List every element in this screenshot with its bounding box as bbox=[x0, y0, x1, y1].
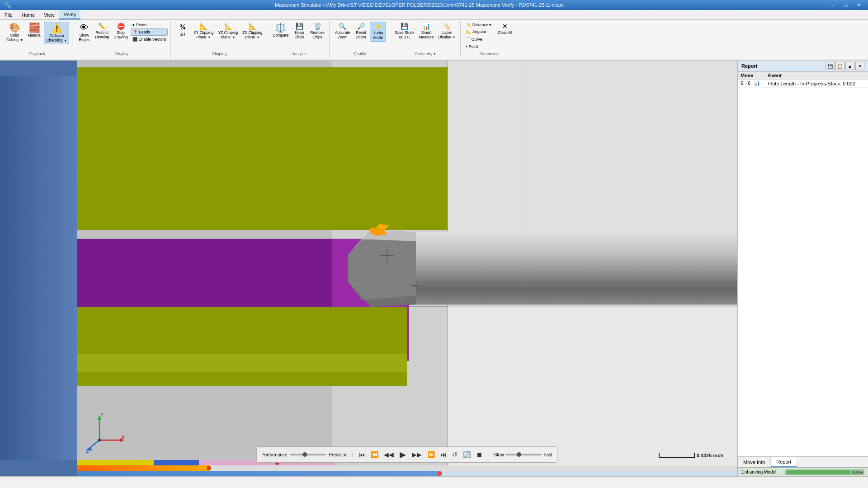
performance-label: Performance bbox=[261, 452, 287, 457]
report-row-1[interactable]: 6 - 6 📊 Flute Length - In-Progress-Stock… bbox=[738, 80, 868, 88]
report-table-button[interactable]: 📋 bbox=[835, 62, 844, 70]
distance-button[interactable]: 📏 Distance ▾ bbox=[464, 22, 494, 28]
svg-rect-10 bbox=[332, 67, 448, 230]
svg-text:X: X bbox=[121, 435, 125, 440]
turbo-icon: ⚡ bbox=[374, 23, 382, 30]
left-panel-svg bbox=[0, 61, 77, 476]
speed-slider[interactable] bbox=[505, 454, 542, 455]
progress-track-1[interactable] bbox=[77, 465, 737, 471]
loop-button[interactable]: ↺ bbox=[451, 450, 459, 459]
menu-verify[interactable]: Verify bbox=[59, 10, 81, 19]
step-back-button[interactable]: ⏪ bbox=[369, 450, 380, 459]
keep-chips-icon: 💾 bbox=[296, 23, 303, 29]
collision-checking-button[interactable]: ⚠️ CollisionChecking ▼ bbox=[44, 22, 69, 44]
progress-handle-secondary[interactable] bbox=[438, 471, 442, 476]
rewind-button[interactable]: ◀◀ bbox=[382, 450, 395, 459]
progress-fill-2 bbox=[77, 471, 440, 476]
smart-measure-icon: 📊 bbox=[422, 23, 430, 29]
fast-forward-button[interactable]: ▶▶ bbox=[410, 450, 423, 459]
progress-fill-status bbox=[787, 470, 850, 474]
speed-area: Slow Fast bbox=[494, 452, 552, 457]
menu-home[interactable]: Home bbox=[17, 10, 39, 19]
dimension-col: 📏 Distance ▾ 📐 Angular ⌒ Curve • Point bbox=[464, 22, 494, 50]
save-stock-button[interactable]: 💾 Save Stockas STL bbox=[393, 22, 416, 41]
curve-button[interactable]: ⌒ Curve bbox=[464, 35, 494, 43]
point-button[interactable]: • Point bbox=[464, 43, 494, 50]
step-forward-button[interactable]: ⏩ bbox=[426, 450, 436, 459]
menu-file[interactable]: File bbox=[0, 10, 17, 19]
compare-button[interactable]: ⚖️ Compare bbox=[271, 22, 290, 39]
report-title: Report bbox=[741, 63, 757, 69]
points-button[interactable]: ● Points bbox=[131, 22, 168, 28]
accurate-zoom-button[interactable]: 🔍 AccurateZoom bbox=[333, 22, 352, 41]
leads-button[interactable]: 📍 Leads bbox=[131, 28, 168, 36]
tab-move-info[interactable]: Move Info bbox=[738, 457, 771, 467]
ribbon-group-display: 👁 ShowEdges ✏️ RestrictDrawing ⛔ StopDra… bbox=[73, 21, 171, 57]
status-bar bbox=[0, 476, 868, 488]
goto-start-button[interactable]: ⏮ bbox=[358, 450, 367, 459]
xy-clipping-button[interactable]: 📐 XY ClippingPlane ▼ bbox=[192, 22, 215, 41]
angular-button[interactable]: 📐 Angular bbox=[464, 28, 494, 35]
ribbon: 🎨 ColorCutting ▼ 🧱 Material ⚠️ Collision… bbox=[0, 20, 868, 61]
speed-fast-label: Fast bbox=[543, 452, 552, 457]
stop-drawing-button[interactable]: ⛔ StopDrawing bbox=[112, 22, 129, 41]
ribbon-group-clipping: ¾ 3/4 📐 XY ClippingPlane ▼ 📐 YZ Clipping… bbox=[172, 21, 267, 57]
remove-chips-button[interactable]: 🗑️ RemoveChips bbox=[308, 22, 326, 41]
tab-report[interactable]: Report bbox=[771, 457, 797, 467]
extra-button[interactable]: ⏹ bbox=[475, 450, 484, 459]
yz-clipping-button[interactable]: 📐 YZ ClippingPlane ▼ bbox=[216, 22, 240, 41]
label-display-button[interactable]: 🏷️ LabelDisplay ▼ bbox=[437, 22, 458, 41]
ribbon-group-quality: 🔍 AccurateZoom 🔎 ResetZoom ⚡ TurboMode Q… bbox=[330, 21, 390, 57]
performance-slider[interactable] bbox=[290, 454, 326, 455]
report-save-button[interactable]: 💾 bbox=[826, 62, 835, 70]
ribbon-content: 🎨 ColorCutting ▼ 🧱 Material ⚠️ Collision… bbox=[0, 20, 868, 60]
minimize-button[interactable]: ─ bbox=[827, 1, 839, 9]
smart-measure-button[interactable]: 📊 SmartMeasure bbox=[417, 22, 435, 41]
angular-icon: 📐 bbox=[466, 29, 471, 34]
zx-clip-icon: 📐 bbox=[249, 23, 256, 29]
report-collapse-button[interactable]: ▲ bbox=[845, 62, 854, 70]
bottom-tabs: Move Info Report bbox=[738, 456, 868, 467]
right-panel: Report 💾 📋 ▲ ✕ Move Event bbox=[737, 61, 868, 476]
vectors-icon: ⬛ bbox=[132, 37, 137, 42]
report-close-button[interactable]: ✕ bbox=[855, 62, 864, 70]
restrict-drawing-button[interactable]: ✏️ RestrictDrawing bbox=[93, 22, 111, 41]
enable-vectors-button[interactable]: ⬛ Enable Vectors bbox=[131, 36, 168, 42]
quality-group-label: Quality bbox=[354, 51, 366, 56]
enhancing-label: Enhancing Model bbox=[741, 469, 776, 474]
keep-chips-button[interactable]: 💾 KeepChips bbox=[291, 22, 307, 41]
analyze-group-label: Analyze bbox=[292, 51, 306, 56]
close-button[interactable]: ✕ bbox=[853, 1, 864, 9]
viewport[interactable]: Y X Z Per bbox=[77, 61, 737, 476]
reset-zoom-button[interactable]: 🔎 ResetZoom bbox=[353, 22, 369, 41]
play-button[interactable]: ▶ bbox=[398, 449, 408, 460]
display-group-label: Display bbox=[115, 51, 129, 56]
show-edges-button[interactable]: 👁 ShowEdges bbox=[76, 22, 92, 43]
window-controls: ─ □ ✕ bbox=[827, 1, 864, 9]
zx-clipping-button[interactable]: 📐 ZX ClippingPlane ▼ bbox=[241, 22, 264, 41]
refresh-button[interactable]: 🔄 bbox=[462, 450, 472, 459]
title-bar: 🔧 Mastercam Simulator H:\My Drive\ST VID… bbox=[0, 0, 868, 10]
clear-all-button[interactable]: ✕ Clear All bbox=[496, 22, 514, 36]
distance-icon: 📏 bbox=[466, 23, 471, 27]
clear-icon: ✕ bbox=[502, 23, 508, 29]
svg-text:Y: Y bbox=[100, 413, 104, 418]
progress-track-2[interactable] bbox=[77, 471, 737, 476]
turbo-mode-button[interactable]: ⚡ TurboMode bbox=[370, 22, 386, 42]
color-cutting-button[interactable]: 🎨 ColorCutting ▼ bbox=[5, 22, 25, 43]
progress-handle-main[interactable] bbox=[207, 466, 211, 470]
goto-end-button[interactable]: ⏭ bbox=[439, 450, 448, 459]
col-event: Event bbox=[765, 72, 868, 80]
maximize-button[interactable]: □ bbox=[840, 1, 852, 9]
three-quarter-button[interactable]: ¾ 3/4 bbox=[175, 22, 191, 38]
svg-rect-1 bbox=[0, 76, 77, 460]
yz-clip-icon: 📐 bbox=[224, 23, 232, 29]
precision-label: Precision bbox=[329, 452, 347, 457]
svg-rect-16 bbox=[77, 354, 407, 372]
playback-controls: Performance Precision | ⏮ ⏪ ◀◀ ▶ ▶▶ ⏩ ⏭ … bbox=[256, 446, 557, 463]
title-bar-icon: 🔧 bbox=[4, 1, 11, 9]
leads-icon: 📍 bbox=[133, 30, 138, 34]
menu-view[interactable]: View bbox=[39, 10, 59, 19]
label-icon: 🏷️ bbox=[443, 23, 451, 29]
material-button[interactable]: 🧱 Material bbox=[26, 22, 43, 39]
